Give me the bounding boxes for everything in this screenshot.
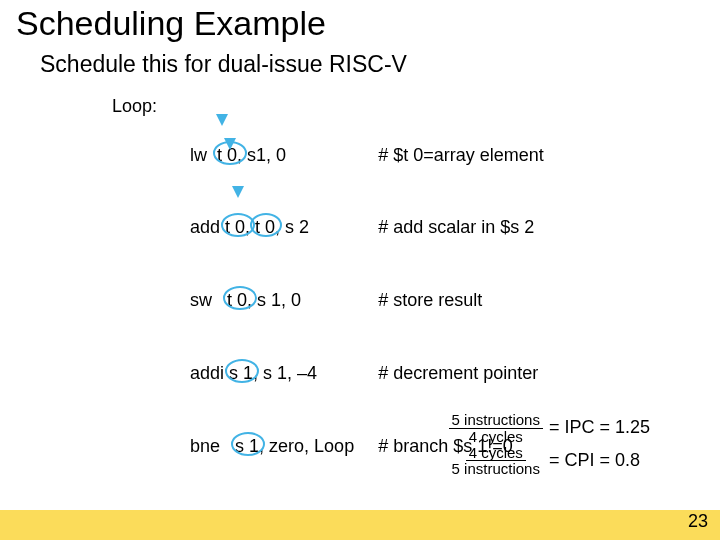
page-number: 23 — [688, 511, 708, 532]
slide-subtitle: Schedule this for dual-issue RISC-V — [40, 51, 704, 78]
instruction-column: lw t 0, s1, 0 add t 0, t 0, s 2 sw t 0, … — [190, 94, 354, 540]
equations-block: 5 instructions4 cycles = IPC = 1.25 4 cy… — [449, 412, 650, 477]
dep-reg-t0-1b: t 0, s 2 — [250, 215, 309, 239]
dep-reg-s1-4: s 1, — [235, 434, 264, 458]
dep-reg-s1-3: s 1, — [229, 361, 258, 385]
dep-reg-t0-1: t 0, — [225, 215, 250, 239]
slide-title: Scheduling Example — [16, 4, 704, 43]
loop-label: Loop: — [112, 94, 166, 540]
ipc-equation: 5 instructions4 cycles = IPC = 1.25 — [449, 412, 650, 445]
dep-reg-t0-0: t 0, — [217, 143, 242, 167]
cpi-equation: 4 cycles5 instructions = CPI = 0.8 — [449, 445, 650, 478]
dep-reg-t0-2: t 0, — [227, 288, 252, 312]
